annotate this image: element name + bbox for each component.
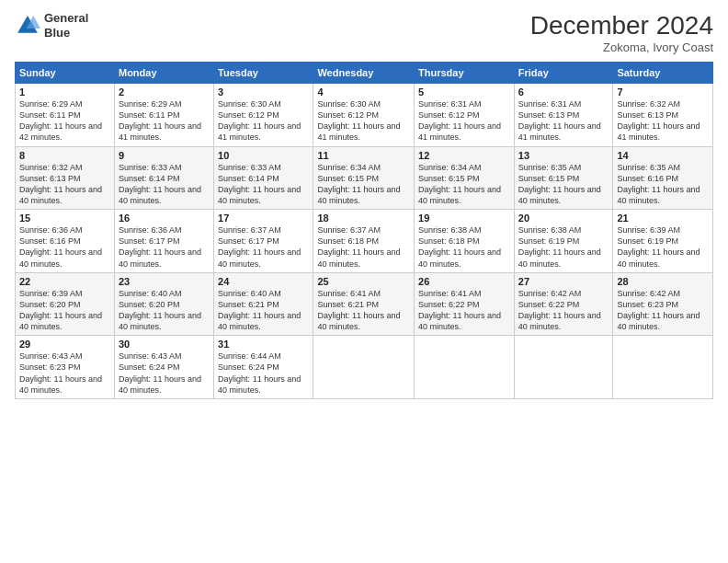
month-title: December 2024	[530, 11, 713, 40]
header-row: SundayMondayTuesdayWednesdayThursdayFrid…	[16, 63, 713, 84]
day-info: Sunrise: 6:30 AM Sunset: 6:12 PM Dayligh…	[317, 98, 410, 144]
header: General Blue December 2024 Zokoma, Ivory…	[15, 11, 713, 54]
day-number: 21	[617, 213, 709, 224]
day-number: 30	[119, 339, 210, 350]
day-cell: 12 Sunrise: 6:34 AM Sunset: 6:15 PM Dayl…	[415, 146, 515, 210]
day-cell: 20 Sunrise: 6:38 AM Sunset: 6:19 PM Dayl…	[514, 210, 613, 273]
day-info: Sunrise: 6:41 AM Sunset: 6:22 PM Dayligh…	[418, 288, 510, 333]
day-info: Sunrise: 6:32 AM Sunset: 6:13 PM Dayligh…	[19, 162, 110, 207]
day-number: 22	[19, 276, 110, 287]
col-header-sunday: Sunday	[16, 63, 115, 84]
day-cell: 13 Sunrise: 6:35 AM Sunset: 6:15 PM Dayl…	[514, 146, 613, 210]
day-number: 13	[518, 150, 609, 161]
day-cell: 22 Sunrise: 6:39 AM Sunset: 6:20 PM Dayl…	[16, 272, 115, 336]
day-info: Sunrise: 6:31 AM Sunset: 6:12 PM Dayligh…	[418, 98, 510, 144]
week-row-5: 29 Sunrise: 6:43 AM Sunset: 6:23 PM Dayl…	[16, 336, 713, 399]
day-info: Sunrise: 6:38 AM Sunset: 6:19 PM Dayligh…	[518, 224, 609, 270]
day-info: Sunrise: 6:37 AM Sunset: 6:18 PM Dayligh…	[317, 224, 410, 270]
day-number: 17	[218, 213, 309, 224]
day-info: Sunrise: 6:42 AM Sunset: 6:23 PM Dayligh…	[617, 288, 709, 333]
week-row-2: 8 Sunrise: 6:32 AM Sunset: 6:13 PM Dayli…	[16, 146, 713, 210]
day-cell: 14 Sunrise: 6:35 AM Sunset: 6:16 PM Dayl…	[613, 146, 713, 210]
day-cell: 24 Sunrise: 6:40 AM Sunset: 6:21 PM Dayl…	[214, 272, 313, 336]
day-info: Sunrise: 6:29 AM Sunset: 6:11 PM Dayligh…	[119, 98, 210, 144]
day-cell: 3 Sunrise: 6:30 AM Sunset: 6:12 PM Dayli…	[214, 84, 313, 147]
logo-icon	[15, 13, 40, 39]
day-cell: 23 Sunrise: 6:40 AM Sunset: 6:20 PM Dayl…	[114, 272, 213, 336]
col-header-thursday: Thursday	[415, 63, 515, 84]
day-info: Sunrise: 6:36 AM Sunset: 6:17 PM Dayligh…	[119, 224, 210, 270]
day-number: 7	[617, 86, 709, 98]
day-cell: 8 Sunrise: 6:32 AM Sunset: 6:13 PM Dayli…	[16, 146, 115, 210]
logo-text: General Blue	[44, 11, 88, 40]
week-row-1: 1 Sunrise: 6:29 AM Sunset: 6:11 PM Dayli…	[16, 84, 713, 147]
day-number: 28	[617, 276, 709, 287]
day-info: Sunrise: 6:38 AM Sunset: 6:18 PM Dayligh…	[418, 224, 510, 270]
day-info: Sunrise: 6:43 AM Sunset: 6:24 PM Dayligh…	[119, 350, 210, 396]
day-info: Sunrise: 6:40 AM Sunset: 6:21 PM Dayligh…	[218, 288, 309, 333]
day-number: 25	[317, 276, 410, 287]
day-cell: 30 Sunrise: 6:43 AM Sunset: 6:24 PM Dayl…	[114, 336, 213, 399]
day-info: Sunrise: 6:44 AM Sunset: 6:24 PM Dayligh…	[218, 350, 309, 396]
day-number: 9	[119, 150, 210, 161]
day-cell: 2 Sunrise: 6:29 AM Sunset: 6:11 PM Dayli…	[114, 84, 213, 147]
col-header-wednesday: Wednesday	[313, 63, 415, 84]
day-cell: 9 Sunrise: 6:33 AM Sunset: 6:14 PM Dayli…	[114, 146, 213, 210]
day-number: 15	[19, 213, 110, 224]
location: Zokoma, Ivory Coast	[530, 40, 713, 54]
day-cell: 19 Sunrise: 6:38 AM Sunset: 6:18 PM Dayl…	[415, 210, 515, 273]
calendar-table: SundayMondayTuesdayWednesdayThursdayFrid…	[15, 62, 713, 399]
col-header-tuesday: Tuesday	[214, 63, 313, 84]
day-number: 20	[518, 213, 609, 224]
day-info: Sunrise: 6:36 AM Sunset: 6:16 PM Dayligh…	[19, 224, 110, 270]
day-info: Sunrise: 6:41 AM Sunset: 6:21 PM Dayligh…	[317, 288, 410, 333]
page: General Blue December 2024 Zokoma, Ivory…	[0, 0, 728, 563]
day-info: Sunrise: 6:34 AM Sunset: 6:15 PM Dayligh…	[418, 162, 510, 207]
day-number: 18	[317, 213, 410, 224]
day-cell: 6 Sunrise: 6:31 AM Sunset: 6:13 PM Dayli…	[514, 84, 613, 147]
day-cell	[313, 336, 415, 399]
day-cell: 27 Sunrise: 6:42 AM Sunset: 6:22 PM Dayl…	[514, 272, 613, 336]
day-info: Sunrise: 6:40 AM Sunset: 6:20 PM Dayligh…	[119, 288, 210, 333]
day-cell: 25 Sunrise: 6:41 AM Sunset: 6:21 PM Dayl…	[313, 272, 415, 336]
day-cell: 16 Sunrise: 6:36 AM Sunset: 6:17 PM Dayl…	[114, 210, 213, 273]
day-cell: 11 Sunrise: 6:34 AM Sunset: 6:15 PM Dayl…	[313, 146, 415, 210]
day-number: 14	[617, 150, 709, 161]
day-info: Sunrise: 6:34 AM Sunset: 6:15 PM Dayligh…	[317, 162, 410, 207]
day-cell: 4 Sunrise: 6:30 AM Sunset: 6:12 PM Dayli…	[313, 84, 415, 147]
week-row-4: 22 Sunrise: 6:39 AM Sunset: 6:20 PM Dayl…	[16, 272, 713, 336]
day-cell	[514, 336, 613, 399]
day-cell: 1 Sunrise: 6:29 AM Sunset: 6:11 PM Dayli…	[16, 84, 115, 147]
day-info: Sunrise: 6:31 AM Sunset: 6:13 PM Dayligh…	[518, 98, 609, 144]
day-number: 12	[418, 150, 510, 161]
day-cell: 26 Sunrise: 6:41 AM Sunset: 6:22 PM Dayl…	[415, 272, 515, 336]
col-header-monday: Monday	[114, 63, 213, 84]
day-number: 11	[317, 150, 410, 161]
title-block: December 2024 Zokoma, Ivory Coast	[530, 11, 713, 54]
day-cell: 17 Sunrise: 6:37 AM Sunset: 6:17 PM Dayl…	[214, 210, 313, 273]
week-row-3: 15 Sunrise: 6:36 AM Sunset: 6:16 PM Dayl…	[16, 210, 713, 273]
col-header-friday: Friday	[514, 63, 613, 84]
day-number: 24	[218, 276, 309, 287]
day-number: 23	[119, 276, 210, 287]
day-info: Sunrise: 6:30 AM Sunset: 6:12 PM Dayligh…	[218, 98, 309, 144]
day-cell	[613, 336, 713, 399]
day-number: 26	[418, 276, 510, 287]
day-cell: 29 Sunrise: 6:43 AM Sunset: 6:23 PM Dayl…	[16, 336, 115, 399]
day-number: 29	[19, 339, 110, 350]
day-cell: 15 Sunrise: 6:36 AM Sunset: 6:16 PM Dayl…	[16, 210, 115, 273]
day-cell	[415, 336, 515, 399]
day-info: Sunrise: 6:29 AM Sunset: 6:11 PM Dayligh…	[19, 98, 110, 144]
day-info: Sunrise: 6:37 AM Sunset: 6:17 PM Dayligh…	[218, 224, 309, 270]
day-info: Sunrise: 6:35 AM Sunset: 6:16 PM Dayligh…	[617, 162, 709, 207]
day-number: 2	[119, 86, 210, 98]
day-cell: 28 Sunrise: 6:42 AM Sunset: 6:23 PM Dayl…	[613, 272, 713, 336]
day-info: Sunrise: 6:43 AM Sunset: 6:23 PM Dayligh…	[19, 350, 110, 396]
day-number: 19	[418, 213, 510, 224]
day-cell: 7 Sunrise: 6:32 AM Sunset: 6:13 PM Dayli…	[613, 84, 713, 147]
day-info: Sunrise: 6:35 AM Sunset: 6:15 PM Dayligh…	[518, 162, 609, 207]
day-info: Sunrise: 6:33 AM Sunset: 6:14 PM Dayligh…	[218, 162, 309, 207]
day-number: 8	[19, 150, 110, 161]
day-cell: 5 Sunrise: 6:31 AM Sunset: 6:12 PM Dayli…	[415, 84, 515, 147]
day-info: Sunrise: 6:39 AM Sunset: 6:20 PM Dayligh…	[19, 288, 110, 333]
